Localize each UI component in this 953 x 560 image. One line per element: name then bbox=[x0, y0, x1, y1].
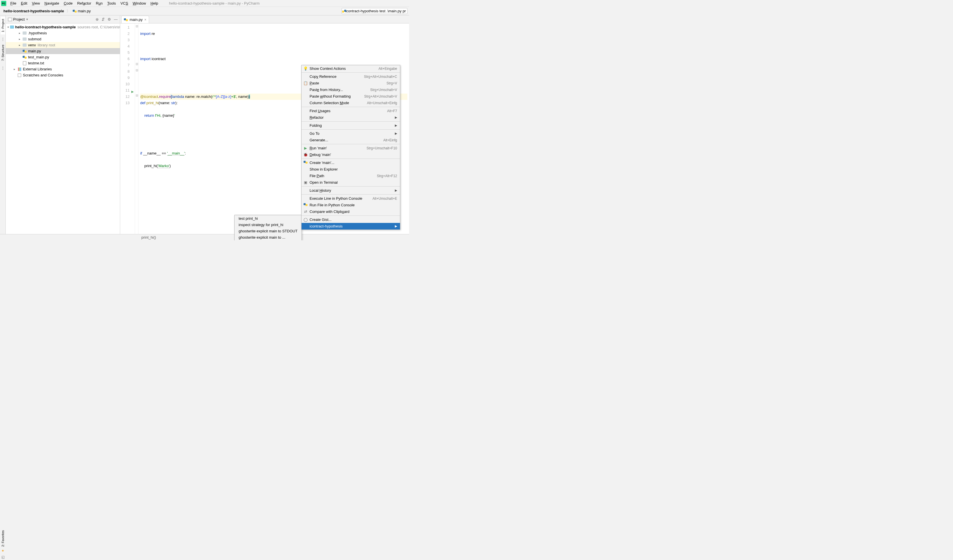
fold-marker-icon[interactable]: ⊟ bbox=[136, 93, 138, 97]
context-menu-item[interactable]: File PathStrg+Alt+F12 bbox=[301, 172, 400, 179]
submenu-item[interactable]: test print_hi bbox=[234, 215, 301, 222]
menu-vcs[interactable]: VCS bbox=[118, 1, 130, 6]
settings-icon[interactable]: ⚙ bbox=[107, 17, 111, 22]
menu-help[interactable]: Help bbox=[148, 1, 160, 6]
context-menu-item[interactable]: Local History▶ bbox=[301, 187, 400, 194]
editor-area: main.py × 1234567891011▶1213 ⊟ ⊟ ⊟ ⊟ imp… bbox=[120, 16, 409, 234]
menu-tools[interactable]: Tools bbox=[105, 1, 118, 6]
context-menu-item[interactable]: Create 'main'... bbox=[301, 160, 400, 166]
fold-marker-icon[interactable]: ⊟ bbox=[136, 62, 138, 66]
editor-body[interactable]: 1234567891011▶1213 ⊟ ⊟ ⊟ ⊟ import re imp… bbox=[120, 23, 409, 234]
context-menu-item[interactable]: icontract-hypothesis▶ bbox=[301, 223, 400, 230]
line-number: 10 bbox=[120, 81, 130, 87]
project-tool-window: Project ▾ ⊕ ⇵ ⚙ — ▾ hello-icontract-hypo… bbox=[6, 16, 120, 234]
hide-icon[interactable]: — bbox=[114, 17, 118, 22]
tree-scratches[interactable]: Scratches and Consoles bbox=[6, 72, 120, 78]
locate-icon[interactable]: ⊕ bbox=[96, 17, 99, 22]
line-number: 7 bbox=[120, 62, 130, 68]
fold-marker-icon[interactable]: ⊟ bbox=[136, 24, 138, 28]
context-menu-item[interactable]: 💡Show Context ActionsAlt+Eingabe bbox=[301, 65, 400, 72]
context-menu-item[interactable]: Generate...Alt+Einfg bbox=[301, 137, 400, 143]
menu-window[interactable]: Window bbox=[130, 1, 148, 6]
context-menu-item[interactable]: Paste from History...Strg+Umschalt+V bbox=[301, 87, 400, 93]
tool-tab-more-icon[interactable]: ⋮ bbox=[1, 37, 5, 41]
libraries-icon bbox=[18, 68, 21, 71]
folder-icon bbox=[23, 31, 26, 35]
close-tab-icon[interactable]: × bbox=[144, 18, 146, 22]
tool-tab-project[interactable]: 1: Project bbox=[1, 17, 5, 34]
tree-external-libraries[interactable]: ▸ External Libraries bbox=[6, 66, 120, 72]
chevron-down-icon: ▾ bbox=[26, 17, 28, 21]
editor-context-menu[interactable]: 💡Show Context ActionsAlt+EingabeCopy Ref… bbox=[301, 65, 400, 230]
tab-label: main.py bbox=[130, 17, 143, 22]
tree-item[interactable]: main.py bbox=[6, 48, 120, 54]
line-number: 5 bbox=[120, 50, 130, 56]
context-menu-item[interactable]: ▣Open in Terminal bbox=[301, 179, 400, 186]
submenu-item[interactable]: inspect strategy for print_hi bbox=[234, 222, 301, 228]
context-menu-item[interactable]: ◯Create Gist... bbox=[301, 216, 400, 223]
tree-item[interactable]: ▸submod bbox=[6, 36, 120, 42]
collapse-icon[interactable]: ⇵ bbox=[102, 17, 105, 22]
tree-root[interactable]: ▾ hello-icontract-hypothesis-sample sour… bbox=[6, 24, 120, 30]
project-header-label[interactable]: Project ▾ bbox=[8, 17, 96, 22]
breadcrumb-file[interactable]: main.py bbox=[71, 8, 93, 14]
status-breadcrumb[interactable]: print_hi() bbox=[141, 235, 156, 239]
context-menu-item[interactable]: Refactor▶ bbox=[301, 114, 400, 121]
context-submenu-icontract[interactable]: test print_hiinspect strategy for print_… bbox=[234, 215, 302, 240]
context-menu-item[interactable]: Paste without FormattingStrg+Alt+Umschal… bbox=[301, 93, 400, 99]
menu-item-icon: ▣ bbox=[303, 180, 308, 185]
menu-item-icon: 💡 bbox=[303, 67, 308, 71]
context-menu-item[interactable]: Run File in Python Console bbox=[301, 202, 400, 208]
menu-run[interactable]: Run bbox=[93, 1, 105, 6]
context-menu-item[interactable]: ▶Run 'main'Strg+Umschalt+F10 bbox=[301, 145, 400, 151]
context-menu-item[interactable]: Go To▶ bbox=[301, 130, 400, 137]
tool-tab-more2-icon[interactable]: ⋮ bbox=[1, 66, 5, 70]
context-menu-item[interactable]: Show in Explorer bbox=[301, 166, 400, 172]
left-tool-gutter: 1: Project ⋮ 7: Structure ⋮ bbox=[0, 16, 6, 234]
tree-item[interactable]: ▸venvlibrary root bbox=[6, 42, 120, 48]
folder-icon bbox=[23, 37, 26, 40]
context-menu-item[interactable]: Folding▶ bbox=[301, 122, 400, 129]
run-configuration-selector[interactable]: icontract-hypothesis test .\main.py pr bbox=[341, 8, 407, 14]
menu-edit[interactable]: Edit bbox=[19, 1, 29, 6]
expand-arrow-icon[interactable]: ▾ bbox=[8, 25, 9, 29]
project-view-icon bbox=[8, 18, 12, 21]
tree-item[interactable]: ▸.hypothesis bbox=[6, 30, 120, 36]
tree-item[interactable]: testme.txt bbox=[6, 60, 120, 66]
editor-tab-main[interactable]: main.py × bbox=[121, 16, 149, 23]
fold-marker-icon[interactable]: ⊟ bbox=[136, 68, 138, 72]
menu-file[interactable]: File bbox=[8, 1, 19, 6]
submenu-item[interactable]: ghostwrite explicit main to STDOUT bbox=[234, 228, 301, 234]
run-gutter-icon[interactable]: ▶ bbox=[131, 88, 133, 95]
menu-item-icon: ▶ bbox=[303, 146, 308, 150]
folder-icon bbox=[23, 43, 26, 47]
context-menu-item[interactable]: Copy ReferenceStrg+Alt+Umschalt+C bbox=[301, 73, 400, 80]
expand-arrow-icon[interactable]: ▸ bbox=[12, 68, 16, 71]
menu-code[interactable]: Code bbox=[62, 1, 75, 6]
context-menu-item[interactable]: Find UsagesAlt+F7 bbox=[301, 108, 400, 114]
context-menu-item[interactable]: 📋PasteStrg+V bbox=[301, 80, 400, 87]
menu-item-icon: ◯ bbox=[303, 217, 308, 222]
breadcrumb-project[interactable]: hello-icontract-hypothesis-sample bbox=[2, 8, 66, 14]
context-menu-item[interactable]: 🐞Debug 'main' bbox=[301, 151, 400, 158]
submenu-item[interactable]: ghostwrite explicit main to ... bbox=[234, 234, 301, 240]
module-folder-icon bbox=[10, 25, 14, 29]
tool-tab-structure[interactable]: 7: Structure bbox=[1, 42, 5, 63]
line-number: 2 bbox=[120, 31, 130, 37]
project-header-actions: ⊕ ⇵ ⚙ — bbox=[96, 17, 118, 22]
fold-gutter: ⊟ ⊟ ⊟ ⊟ bbox=[135, 23, 138, 234]
line-number: 11▶ bbox=[120, 87, 130, 93]
navbar: hello-icontract-hypothesis-sample 〉 main… bbox=[0, 7, 409, 16]
menubar: PC FileEditViewNavigateCodeRefactorRunTo… bbox=[0, 0, 409, 7]
context-menu-item[interactable]: Execute Line in Python ConsoleAlt+Umscha… bbox=[301, 195, 400, 202]
menu-view[interactable]: View bbox=[29, 1, 42, 6]
project-tree[interactable]: ▾ hello-icontract-hypothesis-sample sour… bbox=[6, 23, 120, 234]
menu-navigate[interactable]: Navigate bbox=[42, 1, 61, 6]
main-area: 1: Project ⋮ 7: Structure ⋮ Project ▾ ⊕ … bbox=[0, 16, 409, 234]
menu-refactor[interactable]: Refactor bbox=[75, 1, 93, 6]
context-menu-item[interactable]: ⇄Compare with Clipboard bbox=[301, 208, 400, 215]
text-file-icon bbox=[23, 61, 26, 65]
context-menu-item[interactable]: Column Selection ModeAlt+Umschalt+Einfg bbox=[301, 99, 400, 106]
python-icon bbox=[304, 203, 307, 206]
tree-item[interactable]: test_main.py bbox=[6, 54, 120, 60]
